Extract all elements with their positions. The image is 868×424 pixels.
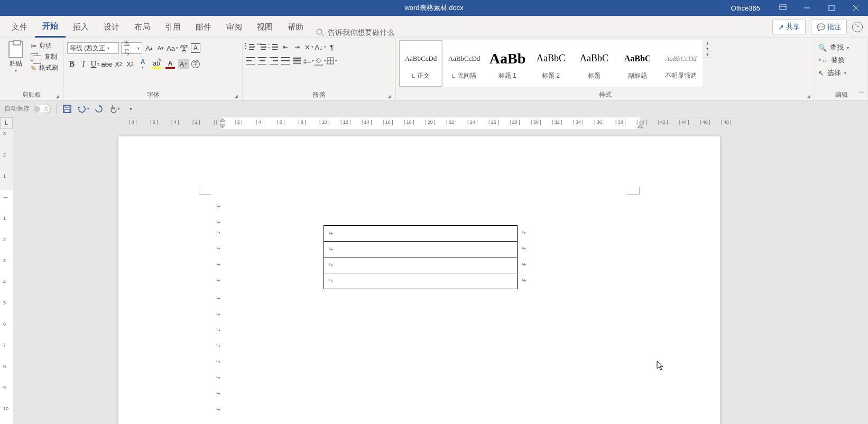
enclose-characters-button[interactable]: 字 — [191, 59, 200, 69]
ruler-tick: | 32 | — [552, 119, 562, 125]
show-paragraph-marks-button[interactable]: ¶ — [327, 42, 337, 52]
bold-button[interactable]: B — [67, 59, 77, 69]
increase-indent-button[interactable]: ⇥ — [292, 42, 302, 52]
subscript-button[interactable]: X2 — [114, 59, 123, 69]
touch-mode-button[interactable]: ▾ — [109, 104, 120, 114]
table-cell[interactable]: ↵ — [324, 226, 518, 242]
borders-button[interactable] — [327, 56, 337, 66]
align-left-button[interactable] — [246, 56, 255, 66]
tab-layout[interactable]: 布局 — [127, 16, 158, 38]
table-row[interactable]: ↵ — [324, 242, 518, 257]
underline-button[interactable]: U — [90, 59, 100, 69]
styles-scroll-down[interactable]: ▾ — [703, 46, 712, 52]
strikethrough-button[interactable]: abc — [102, 59, 112, 69]
tab-insert[interactable]: 插入 — [66, 16, 96, 38]
ribbon-display-options-button[interactable] — [771, 0, 795, 16]
save-button[interactable] — [62, 104, 72, 114]
table-cell[interactable]: ↵ — [324, 242, 518, 257]
feedback-icon[interactable] — [852, 22, 863, 32]
style-item-5[interactable]: AaBbC副标题 — [616, 40, 659, 87]
comments-button[interactable]: 💬批注 — [811, 20, 847, 34]
styles-expand[interactable]: ▾ — [703, 52, 712, 58]
collapse-ribbon-button[interactable]: ﹀ — [858, 89, 865, 98]
align-center-button[interactable] — [257, 56, 267, 66]
tab-home[interactable]: 开始 — [35, 16, 66, 38]
find-button[interactable]: 🔍查找▾ — [818, 41, 849, 54]
tab-review[interactable]: 审阅 — [219, 16, 250, 38]
justify-button[interactable] — [281, 56, 290, 66]
document-table[interactable]: ↵↵↵↵ — [324, 225, 518, 289]
superscript-button[interactable]: X2 — [125, 59, 135, 69]
horizontal-ruler[interactable]: | 8 || 6 || 4 || 2 || || 2 || 4 || 6 || … — [13, 117, 868, 129]
table-cell[interactable]: ↵ — [324, 273, 518, 289]
style-item-3[interactable]: AaBbC标题 2 — [529, 40, 572, 87]
italic-button[interactable]: I — [79, 59, 88, 69]
qat-customize-button[interactable]: ▾ — [125, 104, 136, 114]
character-border-button[interactable]: A — [191, 43, 200, 53]
tab-file[interactable]: 文件 — [4, 16, 35, 38]
text-effects-button[interactable]: A▾ — [137, 58, 149, 70]
clipboard-launcher[interactable]: ◢ — [56, 94, 59, 99]
multilevel-list-button[interactable] — [269, 42, 279, 52]
shading-button[interactable]: ◇ — [316, 56, 325, 66]
copy-button[interactable]: 复制 — [31, 52, 58, 61]
copy-label: 复制 — [44, 52, 57, 61]
table-row[interactable]: ↵ — [324, 273, 518, 289]
select-button[interactable]: ↖选择▾ — [818, 67, 846, 79]
tab-help[interactable]: 帮助 — [280, 16, 311, 38]
paste-button[interactable]: 粘贴 ▾ — [3, 40, 29, 74]
format-painter-button[interactable]: ✎格式刷 — [31, 63, 58, 72]
style-item-6[interactable]: AaBbCcDd不明显强调 — [659, 40, 703, 87]
style-preview: AaBbCcDd — [448, 47, 481, 70]
align-right-button[interactable] — [269, 56, 279, 66]
vertical-ruler[interactable]: 321—12345678910111213 — [0, 129, 13, 424]
table-row[interactable]: ↵ — [324, 257, 518, 273]
character-shading-button[interactable]: A — [178, 59, 189, 69]
styles-launcher[interactable]: ◢ — [807, 94, 810, 99]
font-size-combo[interactable]: 五号▾ — [121, 42, 142, 54]
tab-view[interactable]: 视图 — [250, 16, 280, 38]
share-button[interactable]: ↗共享 — [772, 20, 806, 34]
distributed-button[interactable] — [292, 56, 302, 66]
phonetic-guide-button[interactable]: wénA — [179, 43, 189, 53]
sort-button[interactable]: A↓ — [316, 42, 325, 52]
tab-references[interactable]: 引用 — [158, 16, 188, 38]
font-color-button[interactable]: A — [164, 60, 176, 69]
paragraph-launcher[interactable]: ◢ — [387, 94, 391, 99]
tell-me-search[interactable]: 告诉我你想要做什么 — [316, 28, 394, 38]
change-case-button[interactable]: Aa — [168, 43, 177, 53]
table-row[interactable]: ↵ — [324, 226, 518, 242]
tab-mailings[interactable]: 邮件 — [188, 16, 219, 38]
shrink-font-button[interactable]: A▾ — [156, 43, 165, 53]
indent-marker-icon[interactable] — [219, 117, 226, 129]
asian-layout-button[interactable]: ✕ — [304, 42, 313, 52]
tab-selector[interactable]: L — [0, 117, 13, 129]
line-spacing-button[interactable]: ‡≡ — [304, 56, 313, 66]
right-indent-marker-icon[interactable] — [637, 123, 643, 129]
grow-font-button[interactable]: A▴ — [144, 43, 154, 53]
close-button[interactable] — [844, 0, 868, 16]
minimize-button[interactable] — [795, 0, 819, 16]
style-item-1[interactable]: AaBbCcDd˪ 无间隔 — [442, 40, 486, 87]
font-launcher[interactable]: ◢ — [234, 94, 238, 99]
style-item-0[interactable]: AaBbCcDd˪ 正文 — [399, 40, 442, 87]
styles-scroll-up[interactable]: ▴ — [703, 40, 712, 46]
table-cell[interactable]: ↵ — [324, 257, 518, 273]
numbering-button[interactable] — [257, 42, 267, 52]
search-icon — [316, 29, 324, 38]
repeat-button[interactable] — [94, 104, 104, 114]
style-item-2[interactable]: AaBb标题 1 — [486, 40, 529, 87]
svg-rect-3 — [829, 5, 834, 11]
maximize-button[interactable] — [819, 0, 844, 16]
bullets-button[interactable] — [246, 42, 255, 52]
style-item-4[interactable]: AaBbC标题 — [572, 40, 616, 87]
tab-design[interactable]: 设计 — [96, 16, 127, 38]
cut-button[interactable]: ✂剪切 — [31, 41, 58, 50]
highlight-button[interactable]: ab✎ — [151, 60, 162, 69]
document-canvas[interactable]: ↵↵ ↵↵↵↵ ↵↵↵↵↵↵↵↵↵↵↵↵↵↵↵↵ — [13, 129, 868, 424]
font-name-combo[interactable]: 等线 (西文正▾ — [67, 42, 119, 54]
undo-button[interactable]: ▾ — [78, 104, 88, 114]
autosave-toggle[interactable]: 自动保存 关 — [4, 104, 51, 113]
decrease-indent-button[interactable]: ⇤ — [281, 42, 290, 52]
replace-button[interactable]: ᵃ↔替换 — [818, 54, 845, 67]
